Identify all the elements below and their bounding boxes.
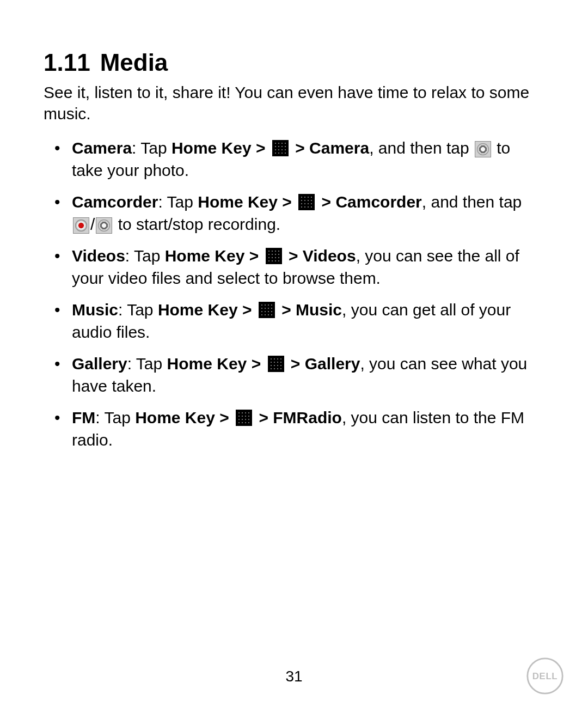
apps-grid-icon (272, 140, 289, 156)
item-target: Gallery (305, 355, 360, 373)
item-target: Videos (303, 247, 356, 265)
text: : Tap (132, 139, 171, 157)
item-target: Music (296, 301, 342, 319)
home-key-text: Home Key > (171, 139, 270, 157)
item-label: Camera (72, 139, 132, 157)
item-label: Gallery (72, 355, 127, 373)
item-target: FMRadio (273, 409, 342, 426)
home-key-text: Home Key > (198, 193, 296, 211)
text: , and then tap (422, 193, 522, 211)
apps-grid-icon (298, 194, 315, 210)
item-label: Videos (72, 247, 125, 265)
apps-grid-icon (268, 356, 284, 372)
item-target: Camera (309, 139, 369, 157)
intro-paragraph: See it, listen to it, share it! You can … (44, 82, 544, 124)
home-key-text: Home Key > (135, 409, 234, 426)
svg-text:DELL: DELL (532, 671, 558, 681)
section-heading: 1.11Media (44, 49, 544, 76)
item-target: Camcorder (335, 193, 421, 211)
text: , and then tap (369, 139, 474, 157)
apps-grid-icon (259, 302, 275, 318)
document-page: 1.11Media See it, listen to it, share it… (0, 0, 588, 451)
record-icon (73, 217, 89, 234)
dell-logo-icon: DELL (526, 657, 564, 695)
apps-grid-icon (236, 410, 252, 426)
text: : Tap (125, 247, 165, 265)
list-item: Camcorder: Tap Home Key > > Camcorder, a… (72, 191, 544, 235)
list-item: Music: Tap Home Key > > Music, you can g… (72, 299, 544, 343)
section-title-text: Media (100, 49, 168, 76)
item-label: Music (72, 301, 118, 319)
text: > (254, 409, 273, 426)
home-key-text: Home Key > (158, 301, 256, 319)
text: : Tap (95, 409, 135, 426)
item-label: Camcorder (72, 193, 158, 211)
list-item: FM: Tap Home Key > > FMRadio, you can li… (72, 407, 544, 451)
page-number: 31 (0, 668, 588, 685)
apps-grid-icon (266, 248, 282, 264)
list-item: Camera: Tap Home Key > > Camera, and the… (72, 137, 544, 181)
text: : Tap (118, 301, 158, 319)
text: > (291, 139, 309, 157)
home-key-text: Home Key > (167, 355, 266, 373)
text: / (90, 215, 95, 233)
stop-record-icon (96, 217, 112, 234)
text: : Tap (127, 355, 167, 373)
text: > (286, 355, 305, 373)
text: > (277, 301, 296, 319)
text: : Tap (158, 193, 198, 211)
text: > (317, 193, 335, 211)
shutter-icon (475, 141, 491, 157)
list-item: Gallery: Tap Home Key > > Gallery, you c… (72, 353, 544, 397)
section-number: 1.11 (44, 49, 90, 76)
media-list: Camera: Tap Home Key > > Camera, and the… (44, 137, 544, 451)
text: > (284, 247, 303, 265)
list-item: Videos: Tap Home Key > > Videos, you can… (72, 245, 544, 289)
home-key-text: Home Key > (165, 247, 264, 265)
text: to start/stop recording. (113, 215, 280, 233)
item-label: FM (72, 409, 95, 426)
